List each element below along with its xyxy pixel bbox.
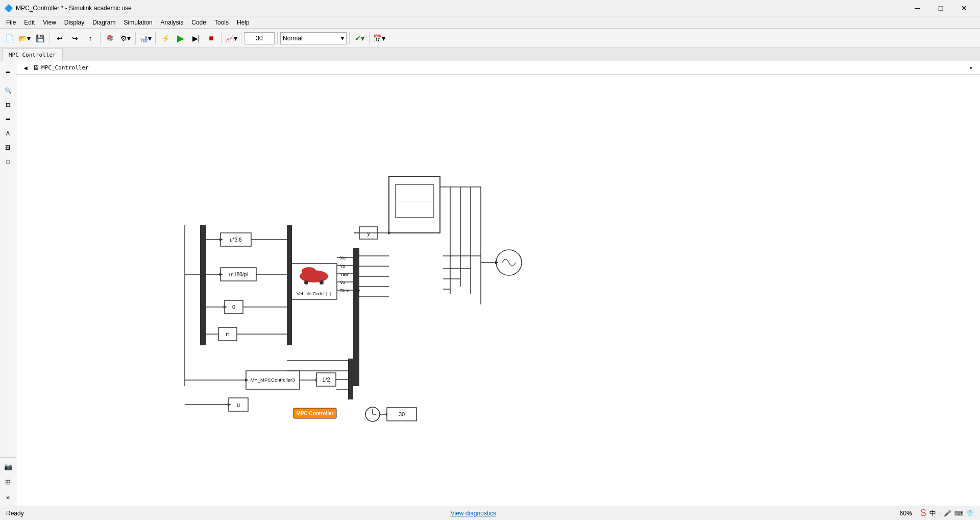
half-gain-label: 1/2 (322, 376, 330, 383)
memory-label: ⊓ (226, 332, 230, 337)
breadcrumb-model: MPC_Controller (41, 64, 89, 71)
u-out-label: u (237, 401, 240, 408)
fast-restart-button[interactable]: ⚡ (158, 31, 173, 45)
library-button[interactable]: 📚 (103, 31, 117, 45)
sep7 (277, 32, 278, 44)
mpc-label-text: MPC Controller (297, 411, 334, 416)
sep3 (135, 32, 136, 44)
sep9 (369, 32, 370, 44)
mpc-ctrl-label: MY_MPCController3 (250, 377, 295, 383)
bus-bar-left (200, 225, 206, 345)
menu-file[interactable]: File (2, 18, 20, 27)
vx-label: Vx (340, 280, 346, 285)
app-icon: 🔷 (4, 4, 13, 12)
gain-180pi-label: u*180/pi (229, 272, 248, 277)
menu-display[interactable]: Display (60, 18, 88, 27)
area-button[interactable]: □ (2, 155, 15, 169)
zoom-fit-button[interactable]: 🔍 (2, 84, 15, 97)
const-0-label: 0 (232, 304, 235, 310)
lang-icon: 中 (929, 509, 936, 518)
signal-button[interactable]: 📊▾ (138, 31, 153, 45)
port-button[interactable]: ➡ (2, 112, 15, 126)
back-button[interactable]: ⬅ (2, 65, 15, 79)
sim-mode-dropdown[interactable]: Normal ▾ (280, 32, 347, 44)
sep1 (50, 32, 50, 44)
sep5 (221, 32, 222, 44)
zoom-area-button[interactable]: ⊞ (2, 98, 15, 111)
stop-button[interactable]: ■ (204, 31, 218, 45)
clothes-icon: 👕 (966, 510, 974, 517)
scope-inner (396, 184, 433, 218)
yaw-label: Yaw (340, 272, 349, 277)
sim-mode-chevron: ▾ (341, 35, 344, 42)
status-ready: Ready (6, 510, 47, 517)
save-button[interactable]: 💾 (33, 31, 47, 45)
xo-label: Xo (340, 255, 346, 261)
mic-icon[interactable]: 🎤 (944, 510, 951, 517)
new-button[interactable]: 📄 (2, 31, 16, 45)
yo-label: Yo (340, 264, 345, 269)
left-sidebar: ⬅ 🔍 ⊞ ➡ A 🖼 □ (0, 61, 16, 506)
calendar-dropdown[interactable]: 📅▾ (372, 31, 386, 45)
tab-bar: MPC_Controller (0, 48, 980, 61)
grid-button[interactable]: ⊞ (2, 475, 15, 488)
menu-help[interactable]: Help (233, 18, 254, 27)
minimize-button[interactable]: ─ (905, 0, 929, 16)
menu-diagram[interactable]: Diagram (88, 18, 119, 27)
settings-dropdown[interactable]: ⚙▾ (118, 31, 133, 45)
status-bar: Ready View diagnostics 60% S 中 · 🎤 ⌨ 👕 (0, 506, 980, 520)
sep6 (241, 32, 241, 44)
zoom-level: 60% (900, 510, 912, 517)
scope-button[interactable]: 📈▾ (224, 31, 238, 45)
menu-simulation[interactable]: Simulation (120, 18, 157, 27)
bottom-left-tools: 📷 ⊞ » (0, 457, 16, 506)
steer-label: Steer_Sw (340, 288, 360, 293)
bus-bar-right (287, 225, 292, 345)
annotation-button[interactable]: A (2, 127, 15, 140)
car-wheel-r (320, 280, 324, 285)
up-button[interactable]: ↑ (83, 31, 97, 45)
diagnostics-button[interactable]: ✔▾ (352, 31, 366, 45)
undo-button[interactable]: ↩ (53, 31, 67, 45)
image-button[interactable]: 🖼 (2, 141, 15, 154)
sep8 (349, 32, 350, 44)
keyboard-icon[interactable]: ⌨ (954, 510, 963, 517)
sogou-icon: S (920, 508, 926, 518)
step-forward-button[interactable]: ▶| (189, 31, 203, 45)
close-button[interactable]: ✕ (952, 0, 976, 16)
breadcrumb: ◀ 🖥 MPC_Controller ▾ (16, 61, 980, 75)
menu-edit[interactable]: Edit (20, 18, 39, 27)
camera-button[interactable]: 📷 (2, 460, 15, 473)
view-diagnostics-link[interactable]: View diagnostics (451, 510, 496, 517)
expand-button[interactable]: » (2, 490, 15, 504)
y-label-text: y (367, 230, 370, 237)
sim-mode-label: Normal (283, 35, 303, 42)
toolbar: 📄 📂▾ 💾 ↩ ↪ ↑ 📚 ⚙▾ 📊▾ ⚡ ▶ ▶| ■ 📈▾ Normal … (0, 29, 980, 48)
model-tab[interactable]: MPC_Controller (2, 49, 63, 61)
run-button[interactable]: ▶ (174, 31, 188, 45)
redo-button[interactable]: ↪ (68, 31, 82, 45)
maximize-button[interactable]: □ (929, 0, 952, 16)
breadcrumb-expand[interactable]: ▾ (966, 63, 976, 73)
menu-view[interactable]: View (39, 18, 60, 27)
menu-tools[interactable]: Tools (210, 18, 233, 27)
dot-icon: · (939, 510, 941, 517)
status-right-icons: S 中 · 🎤 ⌨ 👕 (920, 508, 974, 518)
window-controls: ─ □ ✕ (905, 0, 976, 16)
vehicle-label: Vehicle Code: [_] (297, 291, 331, 296)
gain-36-label: u*3.6 (230, 237, 242, 243)
display-value: 30 (399, 411, 405, 417)
breadcrumb-back[interactable]: ◀ (20, 63, 31, 73)
breadcrumb-icon: 🖥 (33, 64, 39, 72)
sim-time-input[interactable] (244, 32, 275, 44)
menu-code[interactable]: Code (187, 18, 210, 27)
title-bar: 🔷 MPC_Controller * - Simulink academic u… (0, 0, 980, 16)
simulink-diagram[interactable]: y Vehicle Code: [_] Xo Yo Yaw Vx Steer_S… (16, 75, 980, 506)
menu-analysis[interactable]: Analysis (157, 18, 188, 27)
sep4 (155, 32, 156, 44)
tab-label: MPC_Controller (9, 52, 56, 58)
car-wheel-l (304, 280, 308, 285)
main-area: ⬅ 🔍 ⊞ ➡ A 🖼 □ ◀ 🖥 MPC_Controller ▾ (0, 61, 980, 506)
canvas-area[interactable]: ◀ 🖥 MPC_Controller ▾ (16, 61, 980, 506)
open-dropdown[interactable]: 📂▾ (17, 31, 32, 45)
